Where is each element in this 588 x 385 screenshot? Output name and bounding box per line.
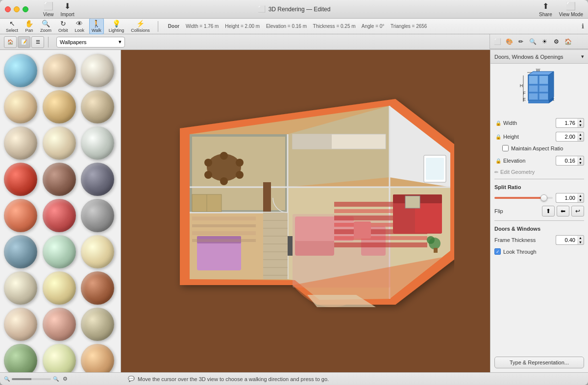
material-ball-14[interactable]: [81, 199, 114, 232]
material-ball-0[interactable]: [4, 54, 37, 87]
svg-rect-52: [263, 213, 288, 279]
svg-rect-82: [539, 86, 548, 92]
flip-vertical-button[interactable]: ⬅: [557, 206, 569, 217]
split-ratio-stepper[interactable]: ▲ ▼: [577, 193, 584, 203]
maximize-button[interactable]: [23, 6, 28, 12]
material-ball-4[interactable]: [43, 90, 76, 123]
material-ball-18[interactable]: [4, 271, 37, 305]
height-input[interactable]: [556, 132, 577, 142]
pan-tool[interactable]: ✋ Pan: [23, 19, 35, 34]
rp-sun-icon[interactable]: ☀: [539, 36, 550, 47]
material-ball-23[interactable]: [81, 308, 114, 341]
zoom-adjust-icon[interactable]: ⚙: [63, 376, 68, 382]
svg-rect-79: [529, 76, 538, 84]
rp-settings-icon[interactable]: ⚙: [551, 36, 562, 47]
minimize-button[interactable]: [14, 6, 20, 12]
wallpaper-dropdown[interactable]: Wallpapers ▾: [56, 37, 125, 48]
width-stepper-up[interactable]: ▲: [577, 119, 584, 123]
view-3d-button[interactable]: 📝: [18, 36, 30, 48]
walk-tool[interactable]: 🚶 Walk: [89, 18, 104, 34]
flip-diagonal-button[interactable]: ↩: [571, 206, 584, 217]
height-lock-icon[interactable]: 🔒: [494, 133, 502, 141]
split-ratio-thumb[interactable]: [540, 194, 547, 201]
material-ball-5[interactable]: [81, 90, 114, 123]
svg-rect-19: [192, 231, 256, 235]
width-stepper[interactable]: ▲ ▼: [577, 118, 584, 128]
3d-view[interactable]: [121, 50, 490, 372]
height-stepper[interactable]: ▲ ▼: [577, 132, 584, 142]
view-mode-button[interactable]: ⬜ View Mode: [559, 1, 583, 17]
material-ball-7[interactable]: [43, 126, 76, 160]
look-tool[interactable]: 👁 Look: [73, 19, 87, 34]
material-ball-22[interactable]: [43, 308, 76, 341]
material-ball-26[interactable]: [81, 344, 114, 372]
info-button[interactable]: ℹ: [582, 23, 584, 30]
rp-objects-icon[interactable]: ⬜: [492, 36, 503, 47]
height-stepper-down[interactable]: ▼: [577, 137, 584, 141]
rp-materials-icon[interactable]: 🎨: [504, 36, 514, 47]
svg-marker-75: [549, 72, 554, 100]
divider-2: [494, 220, 584, 221]
material-ball-3[interactable]: [4, 90, 37, 123]
split-ratio-stepper-down[interactable]: ▼: [577, 198, 584, 202]
flip-horizontal-button[interactable]: ⬆: [542, 206, 555, 217]
aspect-ratio-checkbox[interactable]: [502, 145, 509, 151]
material-ball-8[interactable]: [81, 126, 114, 160]
collisions-tool[interactable]: ⚡ Collisions: [129, 19, 152, 34]
material-ball-2[interactable]: [81, 54, 114, 87]
elevation-lock-icon[interactable]: 🔒: [494, 157, 502, 165]
material-ball-16[interactable]: [43, 235, 76, 268]
width-stepper-down[interactable]: ▼: [577, 123, 584, 127]
orbit-tool[interactable]: ↻ Orbit: [56, 19, 70, 34]
elevation-stepper[interactable]: ▲ ▼: [577, 156, 584, 166]
lock-icon[interactable]: 🔒: [494, 119, 502, 127]
select-tool[interactable]: ↖ Select: [4, 19, 20, 34]
split-ratio-stepper-up[interactable]: ▲: [577, 193, 584, 198]
material-ball-21[interactable]: [4, 308, 37, 341]
svg-rect-61: [354, 221, 371, 239]
panel-content: W H F E R: [490, 64, 588, 353]
elevation-input[interactable]: [556, 156, 577, 166]
zoom-tool[interactable]: 🔍 Zoom: [38, 19, 53, 34]
edit-geometry-button[interactable]: ✏ Edit Geometry: [494, 169, 584, 175]
frame-thickness-stepper-up[interactable]: ▲: [577, 236, 584, 240]
material-ball-17[interactable]: [81, 235, 114, 268]
rp-edit-icon[interactable]: ✏: [515, 36, 526, 47]
height-stepper-up[interactable]: ▲: [577, 132, 584, 137]
material-ball-1[interactable]: [43, 54, 76, 87]
material-ball-25[interactable]: [43, 344, 76, 372]
share-button[interactable]: ⬆ Share: [539, 1, 552, 17]
material-ball-15[interactable]: [4, 235, 37, 268]
view-2d-button[interactable]: 🏠: [4, 36, 17, 48]
elevation-stepper-down[interactable]: ▼: [577, 161, 584, 165]
rp-home-icon[interactable]: 🏠: [563, 36, 573, 47]
material-ball-6[interactable]: [4, 126, 37, 160]
material-ball-13[interactable]: [43, 199, 76, 232]
material-ball-10[interactable]: [43, 163, 76, 196]
width-input[interactable]: [556, 118, 577, 128]
frame-thickness-input[interactable]: [556, 235, 577, 245]
split-ratio-input[interactable]: [556, 193, 577, 203]
title-bar: ⬜ View ⬇ Import ⬜ 3D Rendering — Edited …: [0, 0, 588, 19]
elevation-stepper-up[interactable]: ▲: [577, 156, 584, 161]
view-button[interactable]: ⬜ View: [43, 1, 54, 17]
close-button[interactable]: [5, 6, 11, 12]
zoom-slider[interactable]: [12, 378, 51, 380]
material-ball-19[interactable]: [43, 271, 76, 305]
material-ball-11[interactable]: [81, 163, 114, 196]
import-button[interactable]: ⬇ Import: [61, 1, 74, 17]
material-ball-12[interactable]: [4, 199, 37, 232]
type-representation-button[interactable]: Type & Representation...: [494, 357, 584, 368]
lighting-tool[interactable]: 💡 Lighting: [107, 19, 126, 34]
material-ball-9[interactable]: [4, 163, 37, 196]
look-through-checkbox[interactable]: ✓: [494, 248, 501, 255]
view-list-button[interactable]: ☰: [31, 36, 44, 48]
split-ratio-slider[interactable]: [494, 197, 553, 199]
frame-thickness-stepper-down[interactable]: ▼: [577, 240, 584, 244]
frame-thickness-stepper[interactable]: ▲ ▼: [577, 235, 584, 245]
material-ball-24[interactable]: [4, 344, 37, 372]
rp-search-icon[interactable]: 🔍: [527, 36, 538, 47]
zoom-in-button[interactable]: 🔍: [53, 376, 59, 382]
material-ball-20[interactable]: [81, 271, 114, 305]
zoom-out-button[interactable]: 🔍: [4, 376, 10, 382]
